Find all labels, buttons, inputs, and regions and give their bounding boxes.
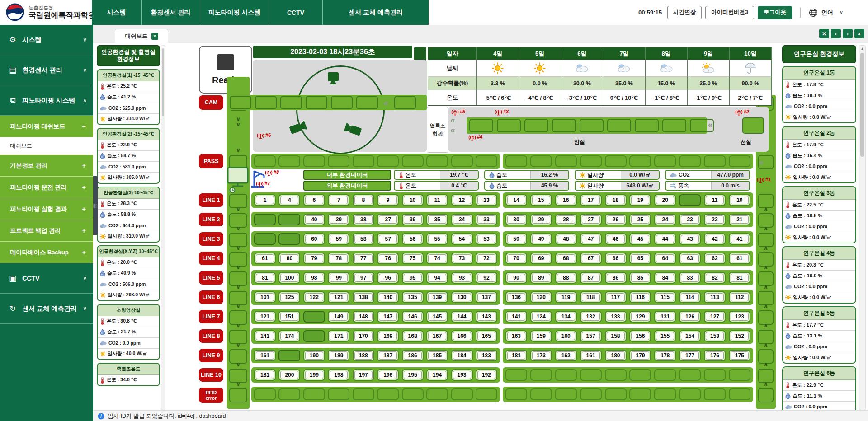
pot-cell[interactable]: 184	[451, 350, 473, 361]
pot-cell[interactable]: 126	[679, 311, 701, 323]
pot-cell[interactable]: 85	[629, 272, 651, 284]
pot-cell[interactable]: 144	[451, 311, 473, 323]
pot-cell[interactable]: 183	[476, 350, 497, 361]
pot-cell[interactable]: 24	[654, 214, 676, 225]
pot-cell[interactable]: 122	[303, 291, 325, 303]
pot-cell[interactable]: 64	[654, 253, 676, 264]
pot-cell[interactable]: 148	[353, 311, 374, 323]
pot-cell[interactable]: 16	[555, 194, 577, 206]
line-button-9[interactable]: LINE 9	[199, 349, 223, 362]
pot-cell[interactable]: 11	[704, 194, 726, 206]
nav-item-3[interactable]: 피노타이핑 시스템	[200, 0, 269, 25]
pass-button[interactable]: PASS	[199, 154, 223, 168]
sidebar-item[interactable]: ▤환경센서 관리∨	[0, 55, 93, 85]
pot-cell[interactable]: 8	[353, 194, 374, 206]
pot-cell[interactable]: 161	[254, 350, 276, 361]
pot-cell[interactable]: 145	[426, 311, 448, 323]
pot-cell-empty[interactable]	[254, 233, 276, 245]
pot-cell[interactable]: 173	[530, 350, 552, 361]
pot-cell[interactable]: 53	[476, 233, 497, 245]
pot-cell[interactable]: 48	[555, 233, 577, 245]
pot-cell[interactable]: 101	[254, 291, 276, 303]
pot-cell[interactable]: 75	[402, 253, 424, 264]
pot-cell[interactable]: 98	[303, 272, 325, 284]
pot-cell[interactable]: 132	[580, 311, 602, 323]
pot-cell[interactable]: 67	[580, 253, 602, 264]
pot-cell[interactable]: 195	[402, 369, 424, 381]
window-close-icon[interactable]: ✕	[819, 29, 829, 38]
pot-cell[interactable]: 12	[451, 194, 473, 206]
sidebar-subitem[interactable]: 피노타이핑 실험 결과+	[0, 198, 93, 220]
pot-cell[interactable]: 139	[426, 291, 448, 303]
pot-cell[interactable]: 170	[353, 330, 374, 342]
pot-cell[interactable]: 44	[654, 233, 676, 245]
pot-cell[interactable]: 92	[476, 272, 497, 284]
pot-cell[interactable]: 30	[505, 214, 527, 225]
pot-cell[interactable]: 77	[353, 253, 374, 264]
pot-cell[interactable]: 161	[580, 350, 602, 361]
pot-cell[interactable]: 167	[426, 330, 448, 342]
pot-cell[interactable]: 38	[353, 214, 374, 225]
sidebar-subitem[interactable]: 피노타이핑 운전 관리+	[0, 177, 93, 198]
pot-cell[interactable]: 56	[402, 233, 424, 245]
pot-cell[interactable]: 83	[679, 272, 701, 284]
pot-cell[interactable]: 121	[328, 291, 349, 303]
line-button-7[interactable]: LINE 7	[199, 310, 223, 323]
sidebar-item[interactable]: ⧉피노타이핑 시스템∧	[0, 85, 93, 116]
pot-cell[interactable]: 175	[729, 350, 750, 361]
pot-cell[interactable]: 23	[679, 214, 701, 225]
window-collapse-icon[interactable]: »	[854, 29, 864, 38]
pot-cell[interactable]: 1	[254, 194, 276, 206]
pot-cell[interactable]: 118	[580, 291, 602, 303]
pot-cell[interactable]: 99	[328, 272, 349, 284]
pot-cell[interactable]: 13	[476, 194, 497, 206]
extend-time-button[interactable]: 시간연장	[667, 6, 702, 19]
pot-cell-empty[interactable]	[278, 233, 300, 245]
pot-cell-empty[interactable]	[278, 350, 300, 361]
sidebar-subitem[interactable]: 데이타베이스 Backup+	[0, 242, 93, 263]
pot-cell[interactable]: 81	[729, 272, 750, 284]
pot-cell[interactable]: 181	[254, 369, 276, 381]
scroll-up-arrow[interactable]: ▲	[859, 47, 865, 51]
pot-cell-empty[interactable]	[303, 330, 325, 342]
pot-cell[interactable]: 78	[328, 253, 349, 264]
pot-cell[interactable]: 156	[629, 330, 651, 342]
pot-cell[interactable]: 43	[679, 233, 701, 245]
pot-cell[interactable]: 6	[303, 194, 325, 206]
pot-cell[interactable]: 151	[278, 311, 300, 323]
pot-cell[interactable]: 157	[580, 330, 602, 342]
pot-cell[interactable]: 152	[729, 330, 750, 342]
pot-cell[interactable]: 86	[605, 272, 627, 284]
pot-cell[interactable]: 20	[654, 194, 676, 206]
pot-cell[interactable]: 154	[679, 330, 701, 342]
pot-cell[interactable]: 189	[328, 350, 349, 361]
pot-cell[interactable]: 121	[254, 311, 276, 323]
pot-cell[interactable]: 62	[704, 253, 726, 264]
pot-cell[interactable]: 89	[530, 272, 552, 284]
pot-cell[interactable]: 17	[580, 194, 602, 206]
pot-cell[interactable]: 49	[530, 233, 552, 245]
nav-item-2[interactable]: 환경센서 관리	[142, 0, 200, 25]
pot-cell[interactable]: 58	[353, 233, 374, 245]
pot-cell[interactable]: 66	[605, 253, 627, 264]
sidebar-item[interactable]: ▣CCTV∨	[0, 263, 93, 294]
pot-cell[interactable]: 163	[505, 330, 527, 342]
pot-cell[interactable]: 19	[629, 194, 651, 206]
pot-cell[interactable]: 153	[704, 330, 726, 342]
pot-cell[interactable]: 59	[328, 233, 349, 245]
pot-cell[interactable]: 188	[353, 350, 374, 361]
pot-cell[interactable]: 25	[629, 214, 651, 225]
pot-cell[interactable]: 95	[402, 272, 424, 284]
line-button-5[interactable]: LINE 5	[199, 271, 223, 285]
pot-cell[interactable]: 70	[505, 253, 527, 264]
pot-cell[interactable]: 162	[555, 350, 577, 361]
pot-cell[interactable]: 41	[729, 233, 750, 245]
pot-cell[interactable]: 46	[605, 233, 627, 245]
pot-cell[interactable]: 57	[377, 233, 399, 245]
pot-cell[interactable]: 88	[555, 272, 577, 284]
pot-cell[interactable]: 124	[530, 311, 552, 323]
tab-dashboard[interactable]: 대쉬보드 ✕	[115, 29, 168, 43]
pot-cell[interactable]: 185	[426, 350, 448, 361]
window-prev-icon[interactable]: ‹	[831, 29, 841, 38]
pot-cell[interactable]: 10	[729, 194, 750, 206]
